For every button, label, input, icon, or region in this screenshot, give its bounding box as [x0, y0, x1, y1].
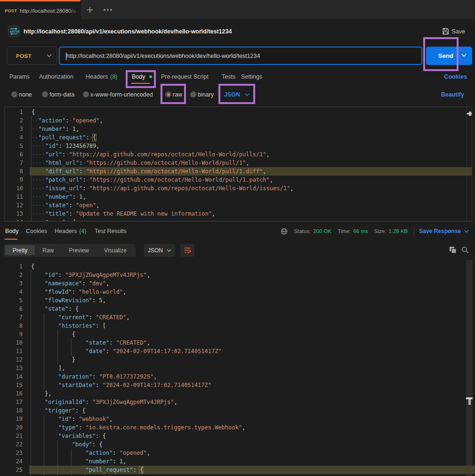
request-tab-params[interactable]: Params — [9, 68, 30, 85]
body-format-select[interactable]: JSON — [224, 85, 250, 105]
request-tabs: Cookies ParamsAuthorizationHeaders(8)Bod… — [0, 68, 475, 85]
code-text: "action": "opened", — [31, 449, 150, 457]
code-line: 2 "id": "3PXJjZGwqAgpeMTv4JRPjs", — [0, 271, 475, 279]
tab-bar: POST http://localhost:28080/a — [0, 0, 475, 20]
response-body-editor[interactable]: 1{2 "id": "3PXJjZGwqAgpeMTv4JRPjs",3 "na… — [0, 260, 475, 476]
divider — [414, 226, 414, 236]
code-line: 11 "date": "2024-02-09T14:17:02.71405141… — [0, 347, 475, 355]
response-format-select[interactable]: JSON — [144, 244, 175, 257]
request-tab[interactable]: POST http://localhost:28080/a — [0, 0, 81, 20]
chevron-down-icon — [464, 230, 469, 233]
tab-options-button[interactable] — [102, 0, 114, 20]
radio-none[interactable] — [11, 91, 17, 97]
radio-x-www-form-urlencoded[interactable] — [83, 91, 89, 97]
code-text: { — [31, 262, 34, 271]
search-icon[interactable] — [461, 246, 469, 254]
time-value: 66 ms — [353, 228, 368, 234]
response-tab-body[interactable]: Body — [5, 222, 19, 241]
line-number: 12 — [0, 355, 23, 364]
code-text: "number": 1, — [31, 457, 126, 466]
line-number: 2 — [5, 116, 23, 125]
line-number: 8 — [0, 322, 23, 330]
request-body-editor[interactable]: 1{2··"action":·"opened",3··"number":·1,4… — [4, 106, 472, 221]
line-number: 17 — [0, 398, 23, 406]
tab-label: Cookies — [26, 228, 47, 234]
code-line: 5 "flowRevision": 5, — [0, 296, 475, 305]
code-text: { — [31, 330, 75, 339]
radio-label-form-data[interactable]: form-data — [49, 85, 75, 105]
radio-binary[interactable] — [190, 91, 196, 97]
radio-label-x-www-form-urlencoded[interactable]: x-www-form-urlencoded — [90, 85, 153, 105]
code-text: "namespace": "dev", — [31, 279, 109, 288]
code-line: 13····"title":·"Update the README with n… — [5, 210, 472, 218]
code-text: "current": "CREATED", — [31, 313, 130, 322]
code-text: "variables": { — [31, 432, 106, 440]
code-text: "id": 123456789, — [31, 474, 153, 476]
code-text: "trigger": { — [31, 406, 86, 415]
line-number: 3 — [0, 279, 23, 288]
line-number: 2 — [0, 271, 23, 279]
method-select[interactable]: POST — [7, 47, 57, 65]
wrap-text-button[interactable] — [180, 244, 194, 257]
request-tab-tests[interactable]: Tests — [222, 68, 235, 85]
code-line: 18 "trigger": { — [0, 406, 475, 415]
code-text: ··"number":·1, — [32, 125, 79, 133]
code-text: "id": "webhook", — [31, 415, 113, 423]
code-line: 3··"number":·1, — [5, 125, 472, 133]
status-value: 200 OK — [313, 228, 331, 234]
line-number: 7 — [5, 159, 23, 167]
view-preview[interactable]: Preview — [61, 245, 97, 255]
radio-label-none[interactable]: none — [19, 85, 32, 105]
line-number: 25 — [0, 466, 23, 474]
response-tabs: Status: 200 OK Time: 66 ms Size: 1.28 KB… — [0, 221, 475, 240]
view-pretty[interactable]: Pretty — [5, 245, 35, 255]
request-tab-body[interactable]: Body — [132, 68, 152, 85]
save-icon — [442, 28, 449, 35]
code-text: "originalId": "3PXJjZGwqAgpeMTv4JRPjs", — [31, 398, 177, 406]
text-cursor — [66, 52, 66, 60]
code-line: 1{ — [5, 108, 472, 116]
radio-form-data[interactable] — [42, 91, 48, 97]
line-number: 5 — [0, 296, 23, 305]
tab-label: Body — [132, 73, 145, 80]
request-tab-pre-request-script[interactable]: Pre-request Script — [161, 68, 209, 85]
line-number: 20 — [0, 423, 23, 432]
line-number: 8 — [5, 167, 23, 176]
line-number: 4 — [5, 133, 23, 142]
cookies-link[interactable]: Cookies — [444, 68, 467, 85]
send-options-chevron-icon[interactable] — [461, 54, 467, 57]
beautify-link[interactable]: Beautify — [441, 85, 464, 105]
code-line: 6····"url":·"https://api.github.com/repo… — [5, 150, 472, 159]
line-number: 7 — [0, 313, 23, 322]
tab-method-badge: POST — [5, 8, 17, 13]
new-tab-button[interactable] — [84, 0, 96, 20]
response-tab-cookies[interactable]: Cookies — [26, 222, 47, 241]
response-tab-headers[interactable]: Headers(4) — [55, 222, 87, 241]
radio-label-binary[interactable]: binary — [198, 85, 214, 105]
send-button[interactable]: Send — [426, 47, 472, 65]
tab-label: Test Results — [95, 228, 127, 234]
line-number: 26 — [0, 474, 23, 476]
view-raw[interactable]: Raw — [35, 245, 61, 255]
request-tab-headers[interactable]: Headers(8) — [86, 68, 118, 85]
copy-icon[interactable] — [449, 246, 457, 254]
line-number: 14 — [0, 372, 23, 381]
code-text: "duration": "PT0.017737292S", — [31, 372, 157, 381]
view-visualize[interactable]: Visualize — [97, 245, 134, 255]
tab-label: Settings — [241, 73, 262, 80]
url-input[interactable]: http://localhost:28080/api/v1/executions… — [59, 47, 422, 65]
line-number: 14 — [5, 218, 23, 221]
save-button[interactable]: Save — [442, 20, 466, 42]
request-builder: POST http://localhost:28080/api/v1/execu… — [0, 42, 475, 68]
radio-raw[interactable] — [165, 91, 171, 97]
matched-bracket: { — [139, 466, 144, 474]
request-tab-authorization[interactable]: Authorization — [39, 68, 73, 85]
request-tab-settings[interactable]: Settings — [241, 68, 262, 85]
code-line: 2··"action":·"opened", — [5, 116, 472, 125]
response-tab-test-results[interactable]: Test Results — [95, 222, 127, 241]
code-text: ····"html_url":·"https://github.com/octo… — [32, 159, 249, 167]
code-text: ····"issue_url":·"https://api.github.com… — [32, 184, 293, 193]
network-globe-icon[interactable] — [281, 228, 288, 235]
radio-label-raw[interactable]: raw — [173, 85, 182, 105]
save-response-button[interactable]: Save Response — [419, 228, 469, 234]
